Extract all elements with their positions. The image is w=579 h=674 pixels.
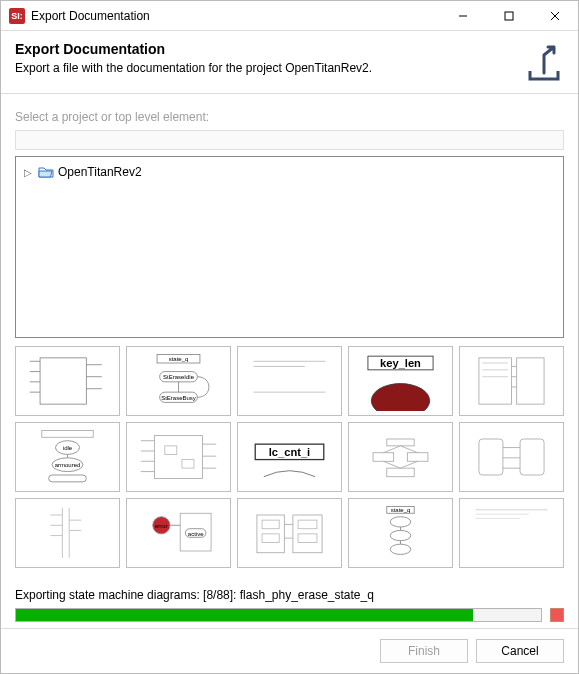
- svg-rect-45: [387, 439, 414, 446]
- svg-rect-46: [373, 453, 394, 462]
- svg-point-78: [390, 517, 411, 527]
- finish-button[interactable]: Finish: [380, 639, 468, 663]
- svg-rect-21: [479, 358, 512, 404]
- thumbnail[interactable]: [15, 346, 120, 416]
- close-button[interactable]: [532, 1, 578, 31]
- svg-rect-29: [42, 430, 93, 437]
- folder-icon: [38, 165, 54, 179]
- thumbnail[interactable]: lc_cnt_i: [237, 422, 342, 492]
- svg-line-50: [401, 446, 418, 453]
- thumb-sub: StEraseBusy: [161, 395, 196, 401]
- app-icon: SI:: [9, 8, 25, 24]
- svg-rect-47: [407, 453, 428, 462]
- maximize-button[interactable]: [486, 1, 532, 31]
- thumbnail[interactable]: idle armoured: [15, 422, 120, 492]
- thumbnail[interactable]: [459, 346, 564, 416]
- svg-rect-48: [387, 468, 414, 477]
- thumbnail[interactable]: [237, 498, 342, 568]
- svg-rect-34: [155, 436, 203, 479]
- thumb-sub: error: [155, 523, 168, 529]
- thumb-sub: StEraseIdle: [163, 374, 195, 380]
- tree-root-row[interactable]: ▷ OpenTitanRev2: [22, 163, 557, 181]
- thumb-caption: state_q: [391, 507, 411, 513]
- svg-rect-53: [479, 439, 503, 475]
- export-icon: [524, 41, 564, 81]
- progress-label: Exporting state machine diagrams: [8/88]…: [15, 588, 564, 602]
- thumbnail[interactable]: key_len: [348, 346, 453, 416]
- svg-point-80: [390, 544, 411, 554]
- progress-bar: [15, 608, 542, 622]
- thumbnail[interactable]: [459, 422, 564, 492]
- svg-line-49: [383, 446, 400, 453]
- picker-label: Select a project or top level element:: [15, 110, 564, 124]
- stop-button[interactable]: [550, 608, 564, 622]
- filter-input[interactable]: [15, 130, 564, 150]
- dialog-body: Select a project or top level element: ▷…: [1, 94, 578, 582]
- thumbnail-grid: state_q StEraseIdle StEraseBusy key_len: [15, 346, 564, 568]
- dialog-header: Export Documentation Export a file with …: [1, 31, 578, 94]
- thumbnail[interactable]: state_q StEraseIdle StEraseBusy: [126, 346, 231, 416]
- thumbnail[interactable]: [15, 498, 120, 568]
- page-subtitle: Export a file with the documentation for…: [15, 61, 512, 75]
- thumb-sub: active: [188, 531, 204, 537]
- progress-fill: [16, 609, 473, 621]
- svg-rect-4: [40, 358, 86, 404]
- expand-icon[interactable]: ▷: [22, 167, 34, 178]
- minimize-button[interactable]: [440, 1, 486, 31]
- svg-rect-1: [505, 12, 513, 20]
- svg-rect-54: [520, 439, 544, 475]
- svg-rect-22: [517, 358, 544, 404]
- window-title: Export Documentation: [31, 9, 150, 23]
- project-tree[interactable]: ▷ OpenTitanRev2: [15, 156, 564, 338]
- svg-point-20: [371, 384, 429, 411]
- thumb-sub: armoured: [55, 462, 81, 468]
- thumbnail[interactable]: [348, 422, 453, 492]
- progress-section: Exporting state machine diagrams: [8/88]…: [1, 582, 578, 628]
- tree-node-label: OpenTitanRev2: [58, 165, 142, 179]
- thumb-caption: lc_cnt_i: [269, 446, 310, 458]
- svg-rect-33: [49, 475, 87, 482]
- thumbnail[interactable]: [126, 422, 231, 492]
- cancel-button[interactable]: Cancel: [476, 639, 564, 663]
- dialog-footer: Finish Cancel: [1, 628, 578, 673]
- svg-line-51: [383, 461, 400, 468]
- svg-line-52: [401, 461, 418, 468]
- thumb-caption: key_len: [380, 357, 421, 369]
- thumbnail[interactable]: error active: [126, 498, 231, 568]
- thumbnail[interactable]: [459, 498, 564, 568]
- titlebar: SI: Export Documentation: [1, 1, 578, 31]
- thumb-caption: state_q: [169, 356, 189, 362]
- svg-point-79: [390, 530, 411, 540]
- thumbnail[interactable]: state_q: [348, 498, 453, 568]
- page-title: Export Documentation: [15, 41, 512, 57]
- thumbnail[interactable]: [237, 346, 342, 416]
- thumb-sub: idle: [63, 445, 73, 451]
